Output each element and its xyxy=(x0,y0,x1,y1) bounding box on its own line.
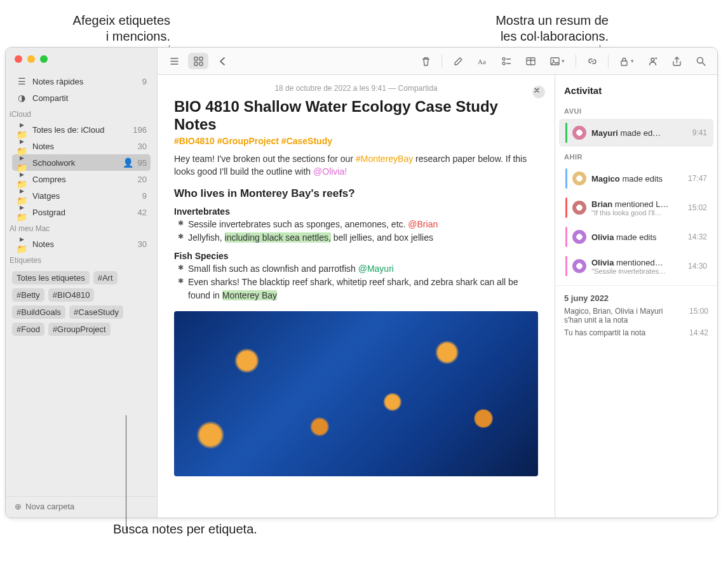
folder-icon: ▸ 📁 xyxy=(16,202,27,222)
activity-text: Olivia mentioned… xyxy=(591,258,683,267)
activity-time: 17:47 xyxy=(688,174,707,183)
photo-icon xyxy=(549,56,560,67)
avatar xyxy=(572,126,586,140)
search-button[interactable] xyxy=(691,53,711,69)
sidebar-tag[interactable]: #CaseStudy xyxy=(69,305,123,319)
search-icon xyxy=(696,56,706,67)
sidebar-shared[interactable]: ◑ Compartit xyxy=(12,90,151,106)
activity-item[interactable]: Olivia made edits14:32 xyxy=(559,223,713,251)
main-panel: Aa ▾ xyxy=(158,48,717,518)
compose-icon xyxy=(453,56,464,67)
sidebar-item[interactable]: ▸ 📁Compres20 xyxy=(12,171,151,187)
table-button[interactable] xyxy=(520,53,541,69)
activity-color-bar xyxy=(565,256,567,276)
sidebar-tag[interactable]: #GroupProject xyxy=(48,323,111,336)
mention[interactable]: @Brian xyxy=(408,219,438,229)
sidebar-item-count: 95 xyxy=(138,158,147,168)
callout-add-tags: Afegeix etiquetes i mencions. xyxy=(50,13,170,44)
sidebar-item[interactable]: ▸ 📁Postgrad42 xyxy=(12,204,151,220)
svg-rect-2 xyxy=(194,62,198,65)
sidebar-item-label: Schoolwork xyxy=(32,158,118,168)
sidebar: ☰ Notes ràpides 9 ◑ Compartit iCloud ▸ 📁… xyxy=(6,48,158,518)
sidebar-tag[interactable]: Totes les etiquetes xyxy=(12,271,90,285)
activity-text: Olivia made edits xyxy=(591,232,683,242)
sidebar-tags: Totes les etiquetes#Art#Betty#BIO4810#Bu… xyxy=(6,267,157,340)
collaborate-button[interactable] xyxy=(642,53,663,69)
text-format-icon: Aa xyxy=(477,56,488,67)
activity-subtext: "Sessile invertebrates… xyxy=(591,267,683,275)
activity-log-text: Magico, Brian, Olivia i Mayuri s'han uni… xyxy=(564,307,683,325)
activity-color-bar xyxy=(565,198,567,218)
back-button[interactable] xyxy=(212,53,233,69)
sidebar-tag[interactable]: #Food xyxy=(12,323,44,336)
sidebar-item-label: Compres xyxy=(32,175,133,184)
toolbar: Aa ▾ xyxy=(158,48,717,75)
callout-search-tags: Busca notes per etiqueta. xyxy=(113,522,723,537)
close-activity-button[interactable] xyxy=(532,86,545,98)
note-editor[interactable]: 18 de octubre de 2022 a les 9:41 — Compa… xyxy=(158,75,555,518)
activity-panel: Activitat AVUIMayuri made ed…9:41AHIRMag… xyxy=(555,75,717,518)
view-grid-button[interactable] xyxy=(188,53,208,69)
lock-icon xyxy=(619,56,630,67)
close-icon xyxy=(534,87,544,98)
activity-text: Mayuri made ed… xyxy=(591,128,687,138)
sidebar-item-label: Compartit xyxy=(32,93,147,103)
sidebar-item[interactable]: ▸ 📁Notes30 xyxy=(12,138,151,154)
close-window[interactable] xyxy=(15,55,22,63)
media-button[interactable]: ▾ xyxy=(544,53,570,69)
activity-item[interactable]: Olivia mentioned…"Sessile invertebrates…… xyxy=(559,252,713,280)
sidebar-item-count: 30 xyxy=(138,142,147,151)
note-title: BIO 4810 Shallow Water Ecology Case Stud… xyxy=(174,98,538,133)
sidebar-tag[interactable]: #BuildGoals xyxy=(12,305,65,319)
sidebar-item-count: 30 xyxy=(138,239,147,249)
lock-button[interactable]: ▾ xyxy=(614,53,638,69)
activity-item[interactable]: Magico made edits17:47 xyxy=(559,164,713,192)
sidebar-tag[interactable]: #Art xyxy=(93,271,118,285)
view-list-button[interactable] xyxy=(164,53,184,69)
sidebar-item[interactable]: ▸ 📁Schoolwork👤95 xyxy=(12,154,151,171)
sidebar-quick-notes[interactable]: ☰ Notes ràpides 9 xyxy=(12,73,151,90)
sidebar-item-label: Notes xyxy=(32,142,133,151)
activity-log-row: Tu has compartit la nota14:42 xyxy=(564,328,708,337)
sidebar-item-label: Viatges xyxy=(32,191,137,201)
sidebar-item[interactable]: ▸ 📁Totes les de: iCloud196 xyxy=(12,121,151,138)
maximize-window[interactable] xyxy=(40,55,48,63)
hashtag[interactable]: #MontereyBay xyxy=(356,154,413,164)
activity-section-head: AHIR xyxy=(555,148,717,163)
minimize-window[interactable] xyxy=(27,55,35,63)
sidebar-item-label: Notes xyxy=(32,239,133,249)
svg-rect-0 xyxy=(194,57,198,60)
activity-title: Activitat xyxy=(555,75,717,102)
list-icon xyxy=(169,56,180,67)
note-image[interactable] xyxy=(174,311,538,476)
quick-notes-icon: ☰ xyxy=(16,76,27,86)
sidebar-item[interactable]: ▸ 📁Notes30 xyxy=(12,236,151,252)
activity-item[interactable]: Brian mentioned L…"If this looks good I'… xyxy=(559,194,713,222)
shared-indicator-icon: 👤 xyxy=(123,157,133,168)
avatar xyxy=(572,259,586,273)
mention[interactable]: @Olivia! xyxy=(313,166,347,177)
note-tags-line: #BIO4810 #GroupProject #CaseStudy xyxy=(174,136,538,146)
format-button[interactable]: Aa xyxy=(472,53,492,69)
activity-item[interactable]: Mayuri made ed…9:41 xyxy=(559,119,713,147)
app-window: ☰ Notes ràpides 9 ◑ Compartit iCloud ▸ 📁… xyxy=(5,47,718,518)
collaborate-icon xyxy=(647,56,658,67)
compose-button[interactable] xyxy=(448,53,468,69)
activity-text: Magico made edits xyxy=(591,174,683,184)
checklist-button[interactable] xyxy=(496,53,516,69)
delete-button[interactable] xyxy=(415,53,436,69)
activity-log-row: Magico, Brian, Olivia i Mayuri s'han uni… xyxy=(564,307,708,325)
plus-icon: ⊕ xyxy=(15,502,22,511)
mention[interactable]: @Mayuri xyxy=(358,264,394,274)
avatar xyxy=(572,171,586,185)
sidebar-tag[interactable]: #Betty xyxy=(12,288,44,302)
svg-rect-3 xyxy=(199,62,203,65)
share-button[interactable] xyxy=(666,53,687,69)
sidebar-item[interactable]: ▸ 📁Viatges9 xyxy=(12,187,151,204)
activity-log-time: 14:42 xyxy=(689,328,708,337)
note-heading: Who lives in Monterey Bay's reefs? xyxy=(174,187,538,200)
link-button[interactable] xyxy=(582,53,602,69)
trash-icon xyxy=(421,56,431,67)
new-folder-button[interactable]: ⊕ Nova carpeta xyxy=(6,496,157,518)
sidebar-tag[interactable]: #BIO4810 xyxy=(48,288,95,302)
